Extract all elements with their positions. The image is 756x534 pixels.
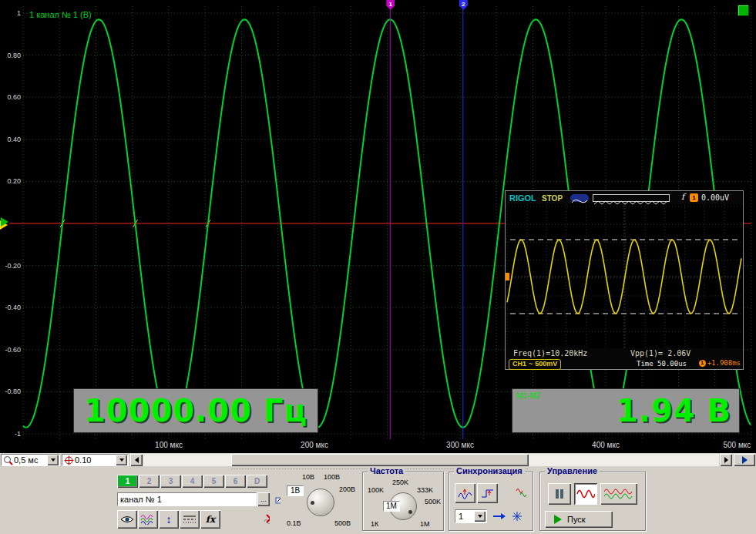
scroll-end-button[interactable]: [734, 454, 755, 466]
channel-button-2[interactable]: 2: [139, 475, 160, 488]
rigol-memory-preview-icon: [593, 194, 670, 202]
start-button[interactable]: Пуск: [545, 511, 613, 528]
trigger-level-marker[interactable]: [0, 217, 11, 230]
trigger-step-edge-button[interactable]: [477, 483, 498, 503]
clear-measure-button[interactable]: [259, 512, 274, 527]
volt-scale-combo[interactable]: 0.10: [62, 454, 129, 466]
formula-button[interactable]: fx: [200, 510, 220, 529]
blue-arrow-icon[interactable]: [492, 511, 506, 522]
channel-button-1[interactable]: 1: [117, 475, 138, 488]
measure-tool-button[interactable]: [270, 490, 285, 505]
rigol-trigger-channel-badge: 1: [690, 193, 698, 202]
trigger-sine-edge-button[interactable]: [455, 483, 475, 503]
voltage-knob[interactable]: [307, 489, 334, 516]
single-sweep-button[interactable]: [574, 483, 597, 505]
y-tick-label: -0.40: [0, 304, 21, 311]
channel-button-6[interactable]: 6: [225, 475, 246, 488]
y-tick-label: 0.20: [0, 177, 21, 185]
channel-more-button[interactable]: ...: [257, 492, 270, 506]
rigol-coupling-icon: ~: [529, 360, 533, 369]
bottom-toolbar: 0,5 мс 0.10: [0, 453, 756, 467]
x-tick-label: 400 мкс: [592, 441, 620, 449]
knob-indicator: [311, 501, 314, 505]
sync-group-title: Синхронизация: [454, 466, 525, 475]
trigger-source-value: 1: [455, 512, 474, 521]
rigol-time-offset: 1 +1.908ms: [699, 359, 741, 367]
sync-group: Синхронизация 1: [449, 472, 533, 531]
x-tick-label: 500 мкс: [723, 441, 751, 449]
chevron-down-icon: [119, 458, 124, 462]
voltage-range-200v: 200В: [339, 485, 355, 493]
crosshair-icon: [62, 455, 75, 465]
cursor-delta-readout: M1-M2 1.94 В: [512, 388, 740, 433]
scroll-right-button[interactable]: [720, 454, 732, 466]
channel-button-3[interactable]: 3: [160, 475, 181, 488]
rigol-channel-label: CH1: [512, 360, 526, 369]
channel-name-field[interactable]: [117, 492, 257, 506]
time-scale-combo[interactable]: 0,5 мс: [1, 454, 60, 466]
y-tick-label: -0.80: [0, 388, 21, 395]
rigol-offset-value: +1.908ms: [707, 359, 741, 367]
control-panel: 123456D ... ↕ fx 10В: [0, 467, 756, 534]
freq-range-100k: 100K: [368, 486, 384, 494]
chevron-down-icon: [51, 458, 55, 462]
volt-scale-dropdown-button[interactable]: [116, 455, 127, 465]
rigol-trigger-position-icon: [570, 194, 589, 202]
x-tick-label: 200 мкс: [301, 441, 328, 449]
frequency-group: Частота 250K 100K 333K 500K 1М 1К 1М: [362, 472, 444, 531]
blue-right-arrow-icon: [742, 456, 748, 464]
right-arrow-icon: [724, 457, 728, 463]
colored-waves-icon: [140, 514, 156, 525]
visibility-eye-button[interactable]: [117, 510, 137, 529]
left-arrow-icon: [135, 457, 139, 463]
rigol-vpp-measurement: Vpp(1)= 2.06V: [630, 349, 690, 358]
eye-icon: [120, 515, 134, 524]
rigol-trigger-f-label: f: [681, 192, 684, 202]
trigger-source-combo[interactable]: 1: [455, 509, 487, 523]
frequency-value: 10000.00 Гц: [84, 393, 307, 428]
voltage-range-500v: 500В: [334, 519, 351, 527]
freq-range-1k: 1К: [371, 520, 378, 528]
channel-button-4[interactable]: 4: [182, 475, 203, 488]
plot-corner-button[interactable]: [738, 5, 749, 16]
plot-channel-label: 1 канал № 1 (В): [29, 10, 92, 19]
continuous-sweep-button[interactable]: [600, 483, 637, 505]
y-tick-label: 1: [0, 9, 21, 17]
channel-buttons: 123456D: [117, 475, 267, 488]
play-icon: [554, 515, 562, 524]
multi-sine-icon: [603, 488, 634, 500]
voltage-range-10v: 10В: [302, 473, 314, 481]
plot-scrollbar-thumb[interactable]: [231, 454, 529, 466]
rigol-screen-canvas: [506, 205, 743, 348]
y-tick-label: 0.60: [0, 93, 21, 101]
line-style-button[interactable]: [180, 510, 200, 529]
trigger-source-dropdown-button[interactable]: [474, 511, 486, 522]
freq-range-333k: 333K: [417, 486, 433, 494]
rigol-timebase: Time 50.00us: [637, 360, 687, 368]
chevron-down-icon: [478, 515, 482, 518]
rigol-channel-chip: CH1 ~ 500mV: [509, 359, 561, 370]
blue-asterisk-icon[interactable]: [511, 511, 523, 522]
y-tick-label: -0.60: [0, 346, 21, 354]
cursor-delta-label: M1-M2: [516, 391, 540, 400]
frequency-readout: 10000.00 Гц: [73, 388, 318, 433]
scroll-left-button[interactable]: [130, 454, 143, 466]
voltage-value-display: 1В: [287, 485, 304, 496]
y-tick-label: 0.80: [0, 52, 21, 59]
autoscale-button[interactable]: ↕: [159, 510, 179, 529]
fx-icon: fx: [206, 514, 215, 525]
plot-scrollbar-track[interactable]: [143, 454, 719, 466]
pause-icon: [554, 489, 565, 499]
time-scale-dropdown-button[interactable]: [47, 455, 59, 465]
freq-range-1m: 1М: [420, 520, 430, 528]
waveform-style-button[interactable]: [138, 510, 158, 529]
pause-button[interactable]: [548, 483, 571, 505]
rigol-offset-badge: 1: [699, 360, 706, 367]
y-tick-label: 0.40: [0, 136, 21, 143]
plot-area[interactable]: 10.800.600.400.20-0.20-0.40-0.60-0.80-1 …: [0, 0, 756, 453]
channel-button-D[interactable]: D: [247, 475, 267, 488]
cursor-delta-value: 1.94 В: [617, 393, 731, 428]
rigol-volts-div: 500mV: [535, 360, 557, 369]
magnifier-icon: [2, 455, 14, 465]
channel-button-5[interactable]: 5: [203, 475, 224, 488]
